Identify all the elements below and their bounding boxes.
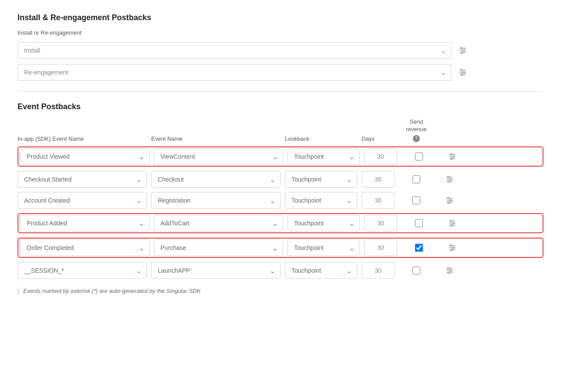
reengagement-select[interactable]: Re-engagement — [18, 64, 451, 81]
event-table-row: Order Completed ⌄ Purchase ⌄ Touchpoint … — [18, 238, 543, 258]
event-row-5: __SESSION_* ⌄ LaunchAPP ⌄ Touchpoint ⌄ — [18, 262, 543, 279]
days-input-2[interactable] — [362, 192, 394, 209]
event-select-3[interactable]: AddToCart — [154, 215, 283, 232]
days-input-3[interactable] — [364, 215, 397, 232]
svg-point-41 — [451, 249, 452, 251]
reengagement-sliders-icon[interactable] — [458, 68, 467, 77]
revenue-checkbox-wrap-4 — [401, 244, 437, 252]
lookback-select-1[interactable]: Touchpoint — [285, 171, 357, 188]
row-sliders-icon-5[interactable] — [445, 266, 454, 275]
svg-point-28 — [450, 200, 452, 201]
days-input-0[interactable] — [364, 148, 397, 165]
event-row-4: Order Completed ⌄ Purchase ⌄ Touchpoint … — [20, 239, 541, 256]
event-table-row: __SESSION_* ⌄ LaunchAPP ⌄ Touchpoint ⌄ — [18, 262, 543, 279]
sdk-select-wrapper-3: Product Added ⌄ — [20, 215, 149, 232]
lookback-select-4[interactable]: Touchpoint — [288, 239, 360, 256]
sdk-select-2[interactable]: Account Created — [18, 192, 147, 209]
days-input-4[interactable] — [364, 239, 397, 256]
svg-point-23 — [448, 181, 450, 182]
row-sliders-icon-0[interactable] — [448, 152, 457, 161]
revenue-checkbox-1[interactable] — [412, 175, 420, 183]
install-row: Install ⌄ — [18, 42, 543, 59]
svg-point-21 — [447, 176, 449, 178]
event-row-2: Account Created ⌄ Registration ⌄ Touchpo… — [18, 192, 543, 209]
row-sliders-icon-4[interactable] — [448, 243, 457, 252]
row-sliders-icon-1[interactable] — [445, 175, 454, 184]
lookback-select-5[interactable]: Touchpoint — [285, 262, 357, 279]
revenue-checkbox-5[interactable] — [412, 267, 420, 274]
col-header-days: Days — [362, 135, 394, 142]
sdk-select-wrapper-1: Checkout Started ⌄ — [18, 171, 147, 188]
sdk-select-wrapper-5: __SESSION_* ⌄ — [18, 262, 147, 279]
install-select[interactable]: Install — [18, 42, 451, 59]
sdk-select-5[interactable]: __SESSION_* — [18, 262, 147, 279]
revenue-checkbox-0[interactable] — [415, 153, 423, 160]
event-select-2[interactable]: Registration — [151, 192, 280, 209]
revenue-help-icon[interactable]: ? — [413, 135, 420, 142]
event-select-0[interactable]: ViewContent — [154, 148, 283, 165]
event-select-1[interactable]: Checkout — [151, 171, 280, 188]
event-row-0: Product Viewed ⌄ ViewContent ⌄ Touchpoin… — [20, 148, 541, 165]
event-select-5[interactable]: LaunchAPP — [151, 262, 280, 279]
event-rows-container: Product Viewed ⌄ ViewContent ⌄ Touchpoin… — [18, 146, 543, 279]
sdk-select-4[interactable]: Order Completed — [20, 239, 149, 256]
lookback-select-3[interactable]: Touchpoint — [288, 215, 360, 232]
install-sliders-icon[interactable] — [458, 46, 467, 55]
svg-point-33 — [450, 220, 452, 222]
svg-point-45 — [447, 267, 449, 269]
lookback-select-2[interactable]: Touchpoint — [285, 192, 357, 209]
svg-point-4 — [463, 50, 465, 51]
install-select-wrapper: Install ⌄ — [18, 42, 451, 59]
col-header-event: Event Name — [151, 135, 280, 142]
svg-point-22 — [450, 178, 452, 180]
lookback-select-wrapper-5: Touchpoint ⌄ — [285, 262, 357, 279]
days-input-wrapper-5 — [362, 262, 394, 279]
event-select-wrapper-5: LaunchAPP ⌄ — [151, 262, 280, 279]
days-input-5[interactable] — [362, 262, 394, 279]
install-section-subtitle: Install or Re-engagement — [18, 29, 543, 36]
event-table-row: Account Created ⌄ Registration ⌄ Touchpo… — [18, 192, 543, 209]
col-header-sdk: In-app (SDK) Event Name — [18, 135, 147, 142]
svg-point-39 — [450, 245, 452, 246]
revenue-checkbox-wrap-3 — [401, 219, 437, 227]
svg-point-47 — [448, 272, 450, 274]
sdk-select-1[interactable]: Checkout Started — [18, 171, 147, 188]
svg-point-35 — [451, 225, 452, 226]
revenue-checkbox-wrap-2 — [399, 196, 434, 204]
event-select-wrapper-2: Registration ⌄ — [151, 192, 280, 209]
svg-point-27 — [447, 197, 449, 199]
lookback-select-wrapper-4: Touchpoint ⌄ — [288, 239, 360, 256]
sdk-select-wrapper-2: Account Created ⌄ — [18, 192, 147, 209]
event-row-3: Product Added ⌄ AddToCart ⌄ Touchpoint ⌄ — [20, 215, 541, 232]
lookback-select-0[interactable]: Touchpoint — [288, 148, 360, 165]
section-divider — [18, 91, 543, 92]
lookback-select-wrapper-1: Touchpoint ⌄ — [285, 171, 357, 188]
event-section-title: Event Postbacks — [18, 102, 543, 111]
row-sliders-icon-2[interactable] — [445, 196, 454, 205]
revenue-checkbox-2[interactable] — [412, 196, 420, 204]
event-select-wrapper-3: AddToCart ⌄ — [154, 215, 283, 232]
svg-point-40 — [453, 247, 454, 249]
sdk-select-0[interactable]: Product Viewed — [20, 148, 149, 165]
event-select-4[interactable]: Purchase — [154, 239, 283, 256]
row-sliders-icon-3[interactable] — [448, 219, 457, 228]
svg-point-5 — [461, 52, 463, 53]
revenue-checkbox-wrap-1 — [399, 175, 434, 183]
sdk-select-3[interactable]: Product Added — [20, 215, 149, 232]
event-table-row: Product Viewed ⌄ ViewContent ⌄ Touchpoin… — [18, 146, 543, 167]
svg-point-3 — [461, 47, 462, 49]
days-input-wrapper-0 — [364, 148, 397, 165]
days-input-1[interactable] — [362, 171, 394, 188]
lookback-select-wrapper-0: Touchpoint ⌄ — [288, 148, 360, 165]
event-select-wrapper-1: Checkout ⌄ — [151, 171, 280, 188]
svg-point-34 — [453, 222, 454, 224]
svg-point-9 — [461, 69, 462, 71]
lookback-select-wrapper-3: Touchpoint ⌄ — [288, 215, 360, 232]
revenue-checkbox-4[interactable] — [415, 244, 423, 252]
install-section-title: Install & Re-engagement Postbacks — [18, 13, 543, 22]
svg-point-17 — [451, 158, 452, 160]
revenue-checkbox-3[interactable] — [415, 219, 423, 227]
sdk-select-wrapper-4: Order Completed ⌄ — [20, 239, 149, 256]
svg-point-46 — [450, 270, 452, 271]
reengagement-row: Re-engagement ⌄ — [18, 64, 543, 81]
